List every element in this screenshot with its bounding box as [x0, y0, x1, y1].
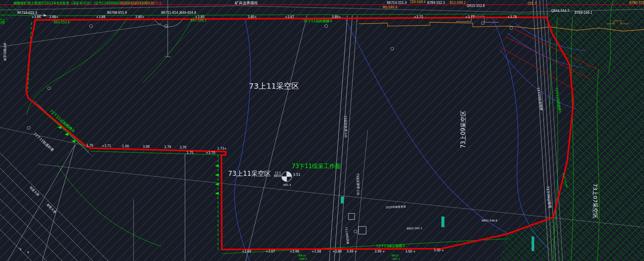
map-label: +3.88: [96, 15, 106, 19]
map-label: B802-561.1: [407, 227, 423, 230]
map-label: B788-546.1: [575, 11, 593, 15]
map-label: 3.88+: [49, 15, 59, 19]
map-label: 3.99 +: [375, 250, 385, 253]
map-label: +3.80: [332, 250, 342, 253]
map-label: +1.69: [242, 250, 251, 253]
map-label: 3.00: [143, 145, 150, 149]
map-label: 73下11综采工作面: [292, 163, 341, 170]
map-label: 3.80+: [135, 15, 145, 19]
map-label: B6711-654.2: [161, 11, 181, 15]
map-label: -596.5: [299, 258, 307, 261]
map-label: +3.70: [206, 151, 215, 155]
map-label: 3.51: [293, 173, 301, 177]
map-label: ∨: [27, 250, 30, 254]
map-label: B801-546.8: [482, 219, 497, 222]
map-label: 保护煤柱边界: [3, 43, 7, 61]
map-label: +1.08: [312, 250, 321, 253]
map-label: B07-556.1: [191, 19, 206, 22]
seal-marker: [441, 216, 444, 227]
map-label: B810: [274, 175, 281, 178]
map-label: B614: [299, 254, 306, 257]
seal-marker: [532, 236, 534, 251]
map-label: B12-549.2: [450, 1, 466, 5]
map-label: 12-1: [275, 171, 281, 174]
map-label: 3.40 +: [434, 249, 444, 252]
map-label: 1.70: [86, 144, 93, 147]
map-label: 73下11回风顺槽②: [303, 19, 332, 23]
cad-drawing-canvas[interactable]: 杨柳煤矿国土资源厅2011年8月批复《采矿许可证》(证号C10000020110…: [0, 0, 644, 261]
map-label: BK714-551.4: [387, 1, 407, 5]
map-label: 3.70: [180, 146, 187, 149]
map-label: Q915-552.6: [467, 4, 485, 8]
map-label: -561.4: [282, 183, 291, 187]
map-label: T20-549.4: [410, 0, 426, 4]
map-label: M0-549.9: [383, 6, 397, 9]
map-label: -551.7: [527, 2, 537, 5]
map-label: +3.77: [465, 15, 475, 19]
map-label: +3.75: [414, 15, 423, 19]
map-label: 1.73+: [217, 147, 227, 150]
map-label: 73上11采空区: [249, 81, 299, 91]
map-label: B780-571.8: [629, 1, 644, 5]
map-label: +3.86: [31, 15, 41, 19]
map-label: B615: [391, 254, 398, 257]
map-label: M2: [1, 21, 5, 24]
map-label: 1.00: [122, 145, 129, 148]
map-label: 3.60 +: [405, 250, 416, 253]
map-label: B63-553.4: [54, 21, 69, 24]
map-label: 73上07采空区: [592, 183, 598, 219]
seal-marker: [341, 197, 344, 203]
map-label: 446-654.8: [180, 11, 196, 15]
map-label: +3.96: [290, 250, 299, 253]
map-label: +3.80: [195, 15, 205, 19]
map-label: -597.1: [391, 258, 400, 261]
map-label: 省国土资函[2006]100号文: [120, 1, 162, 5]
map-label: +3.71: [102, 144, 111, 148]
map-label: 73上11采空区: [228, 170, 271, 177]
map-label: 1.79: [164, 145, 171, 149]
map-label: +3.78: [507, 15, 517, 19]
map-label: 73上09采空区: [460, 111, 467, 148]
map-label: 矿井边界煤柱: [234, 1, 258, 5]
map-label: B789-552.5: [427, 1, 445, 5]
map-label: Q844-544.7: [551, 9, 569, 13]
map-label: 3.69 +: [347, 250, 357, 253]
cad-viewport: 杨柳煤矿国土资源厅2011年8月批复《采矿许可证》(证号C10000020110…: [0, 0, 644, 261]
map-label: 3.80+: [248, 15, 257, 19]
map-label: ∨: [19, 247, 22, 251]
map-label: 1.75: [187, 151, 193, 155]
map-label: BK719-655.4: [17, 11, 37, 15]
map-label: B6708-655.9: [107, 11, 127, 15]
map-label: +3.87: [285, 15, 294, 19]
map-label: 3.89+: [332, 15, 341, 19]
map-label: 73下11辅运顺槽⑤: [376, 244, 405, 248]
map-label: +3.07: [266, 250, 275, 253]
